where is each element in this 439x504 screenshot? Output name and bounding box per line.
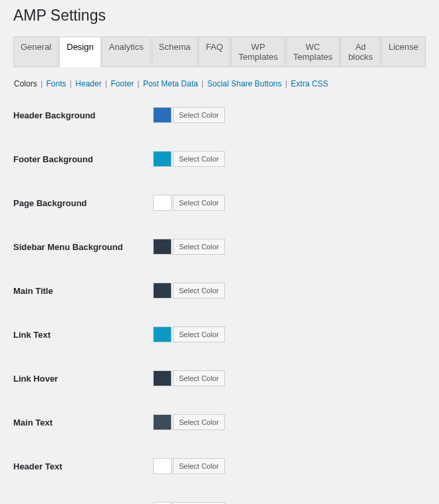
tab-license[interactable]: License (381, 37, 426, 67)
select-color-button[interactable]: Select Color (173, 195, 225, 211)
color-row: Link TextSelect Color (13, 326, 426, 342)
color-swatch[interactable] (153, 107, 172, 123)
tab-analytics[interactable]: Analytics (102, 37, 151, 67)
color-row-label: Header Text (13, 461, 153, 471)
subnav-container: Colors | Fonts | Header | Footer | Post … (13, 79, 426, 88)
color-swatch[interactable] (153, 151, 172, 167)
color-swatch[interactable] (153, 283, 172, 299)
subnav-separator: | (283, 79, 290, 88)
tab-wc-templates[interactable]: WC Templates (286, 37, 340, 67)
tab-design[interactable]: Design (59, 37, 100, 67)
subnav-header[interactable]: Header (75, 79, 101, 88)
color-row: Header TextSelect Color (13, 458, 426, 474)
select-color-button[interactable]: Select Color (173, 370, 225, 386)
page-title: AMP Settings (13, 7, 426, 25)
select-color-button[interactable]: Select Color (173, 326, 225, 342)
color-row-label: Main Title (13, 286, 153, 296)
select-color-button[interactable]: Select Color (173, 458, 225, 474)
subnav-separator: | (200, 79, 206, 88)
tab-wp-templates[interactable]: WP Templates (231, 37, 285, 67)
color-row: Page BackgroundSelect Color (13, 195, 426, 211)
select-color-button[interactable]: Select Color (173, 107, 225, 123)
tab-general[interactable]: General (13, 37, 59, 67)
color-row-label: Link Text (13, 330, 153, 340)
color-row-label: Link Hover (13, 374, 153, 384)
color-swatch[interactable] (153, 370, 172, 386)
select-color-button[interactable]: Select Color (173, 151, 225, 167)
color-swatch[interactable] (153, 195, 172, 211)
color-row-label: Header Background (13, 110, 153, 120)
subnav-separator: | (68, 79, 74, 88)
select-color-button[interactable]: Select Color (173, 239, 225, 255)
select-color-button[interactable]: Select Color (173, 414, 225, 430)
color-row-label: Page Background (13, 198, 153, 208)
subnav-footer[interactable]: Footer (110, 79, 134, 88)
subnav-colors[interactable]: Colors (14, 79, 37, 88)
color-row-label: Footer Background (13, 154, 153, 164)
color-row: Sidebar Menu BackgroundSelect Color (13, 239, 426, 255)
color-row: Link HoverSelect Color (13, 370, 426, 386)
color-row-label: Main Text (13, 418, 153, 428)
subnav-separator: | (39, 79, 45, 88)
color-row: Main TitleSelect Color (13, 283, 426, 299)
color-row: Footer BackgroundSelect Color (13, 151, 426, 167)
color-row: Main TextSelect Color (13, 414, 426, 430)
color-row: Header BackgroundSelect Color (13, 107, 426, 123)
subnav-post-meta-data[interactable]: Post Meta Data (143, 79, 198, 88)
subnav-separator: | (103, 79, 110, 88)
color-swatch[interactable] (153, 458, 172, 474)
color-swatch[interactable] (153, 414, 172, 430)
color-row-label: Sidebar Menu Background (13, 242, 153, 252)
subnav-social-share-buttons[interactable]: Social Share Buttons (207, 79, 281, 88)
subnav-extra-css[interactable]: Extra CSS (291, 79, 328, 88)
tab-faq[interactable]: FAQ (198, 37, 230, 67)
subnav-fonts[interactable]: Fonts (46, 79, 66, 88)
tab-ad-blocks[interactable]: Ad blocks (341, 37, 380, 67)
select-color-button[interactable]: Select Color (173, 283, 225, 299)
tab-schema[interactable]: Schema (152, 37, 198, 67)
subnav-separator: | (135, 79, 142, 88)
color-swatch[interactable] (153, 239, 172, 255)
color-swatch[interactable] (153, 326, 172, 342)
tabs-container: GeneralDesignAnalyticsSchemaFAQWP Templa… (13, 37, 426, 67)
